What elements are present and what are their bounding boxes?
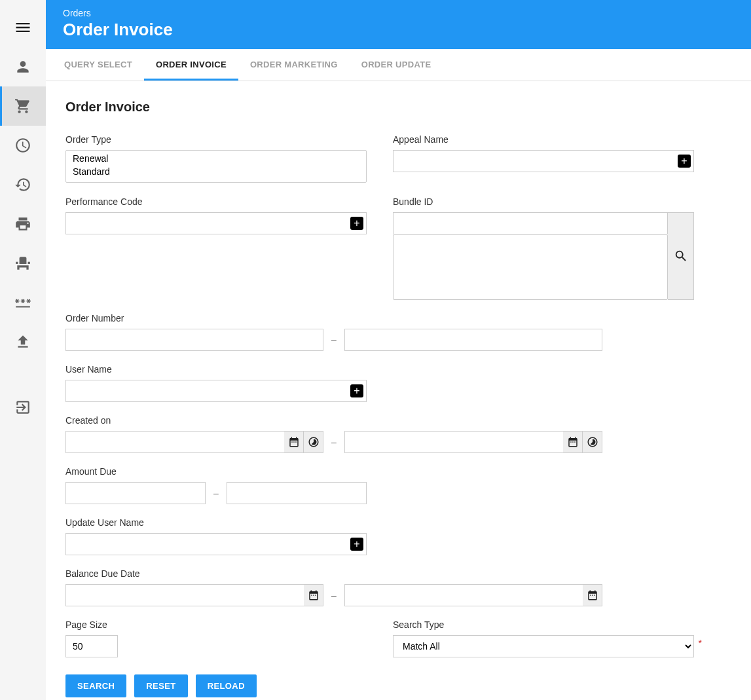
tab-query-select[interactable]: QUERY SELECT xyxy=(52,49,144,81)
range-separator: – xyxy=(330,335,338,345)
user-name-input[interactable] xyxy=(65,380,367,402)
seat-icon xyxy=(14,255,31,272)
range-separator: – xyxy=(330,437,338,447)
update-user-name-input[interactable] xyxy=(65,533,367,555)
bundle-id-search-button[interactable] xyxy=(668,212,694,300)
print-icon xyxy=(14,215,31,232)
tab-order-marketing[interactable]: ORDER MARKETING xyxy=(238,49,350,81)
bundle-id-input[interactable] xyxy=(393,212,668,234)
amount-due-from-input[interactable] xyxy=(65,482,206,504)
appeal-name-input[interactable] xyxy=(393,150,694,172)
plus-icon: + xyxy=(354,218,359,229)
reload-button[interactable]: RELOAD xyxy=(196,674,257,697)
bundle-id-list[interactable] xyxy=(393,234,668,300)
required-mark: * xyxy=(699,638,702,648)
user-name-add-button[interactable]: + xyxy=(350,384,363,397)
tabs: QUERY SELECT ORDER INVOICE ORDER MARKETI… xyxy=(46,49,751,81)
order-type-select[interactable]: Renewal Standard xyxy=(65,150,367,183)
search-type-label: Search Type xyxy=(393,619,694,630)
search-icon xyxy=(674,249,688,263)
page-size-input[interactable] xyxy=(65,635,118,657)
range-separator: – xyxy=(330,590,338,600)
created-on-to-time-button[interactable] xyxy=(583,431,602,453)
range-separator: – xyxy=(212,488,220,498)
hamburger-icon xyxy=(14,18,32,37)
balance-due-date-label: Balance Due Date xyxy=(65,568,602,579)
created-on-from-date-button[interactable] xyxy=(284,431,304,453)
payments-icon xyxy=(14,294,31,311)
calendar-icon xyxy=(288,436,300,448)
calendar-icon xyxy=(587,589,598,601)
created-on-to-date-button[interactable] xyxy=(563,431,583,453)
balance-due-from-input[interactable] xyxy=(65,584,304,606)
update-user-name-label: Update User Name xyxy=(65,517,367,528)
logout-icon xyxy=(14,399,31,416)
content: Order Invoice Order Type Renewal Standar… xyxy=(46,81,751,700)
breadcrumb: Orders xyxy=(63,8,734,18)
sidebar-item-profile[interactable] xyxy=(0,47,46,86)
created-on-to-input[interactable] xyxy=(344,431,563,453)
created-on-label: Created on xyxy=(65,415,602,426)
sidebar-item-upload[interactable] xyxy=(0,322,46,361)
plus-icon: + xyxy=(354,386,359,396)
search-type-select[interactable]: Match All xyxy=(393,635,694,657)
clock-icon xyxy=(14,137,31,154)
main: Orders Order Invoice QUERY SELECT ORDER … xyxy=(46,0,751,700)
plus-icon: + xyxy=(681,156,687,166)
created-on-from-time-button[interactable] xyxy=(304,431,323,453)
amount-due-label: Amount Due xyxy=(65,466,367,477)
performance-code-input[interactable] xyxy=(65,212,367,234)
sidebar xyxy=(0,0,46,700)
bundle-id-label: Bundle ID xyxy=(393,196,694,207)
sidebar-item-history[interactable] xyxy=(0,165,46,204)
appeal-name-label: Appeal Name xyxy=(393,134,694,145)
sidebar-item-payments[interactable] xyxy=(0,283,46,322)
sidebar-item-orders[interactable] xyxy=(0,86,46,126)
reset-button[interactable]: RESET xyxy=(134,674,187,697)
order-number-label: Order Number xyxy=(65,313,602,323)
person-icon xyxy=(14,58,31,75)
search-button[interactable]: SEARCH xyxy=(65,674,126,697)
timelapse-icon xyxy=(308,436,320,448)
calendar-icon xyxy=(308,589,320,601)
performance-code-label: Performance Code xyxy=(65,196,367,207)
order-type-label: Order Type xyxy=(65,134,367,145)
order-number-to-input[interactable] xyxy=(344,329,602,351)
balance-due-from-date-button[interactable] xyxy=(304,584,323,606)
update-user-name-add-button[interactable]: + xyxy=(350,538,363,551)
sidebar-item-recent[interactable] xyxy=(0,126,46,165)
menu-toggle[interactable] xyxy=(0,8,46,47)
created-on-from-input[interactable] xyxy=(65,431,284,453)
tab-order-invoice[interactable]: ORDER INVOICE xyxy=(144,49,238,81)
page-size-label: Page Size xyxy=(65,619,367,630)
page-header-title: Order Invoice xyxy=(63,20,734,40)
page-title: Order Invoice xyxy=(65,100,731,115)
sidebar-item-logout[interactable] xyxy=(0,388,46,427)
balance-due-to-date-button[interactable] xyxy=(583,584,602,606)
sidebar-item-seats[interactable] xyxy=(0,244,46,283)
sidebar-item-print[interactable] xyxy=(0,204,46,244)
calendar-icon xyxy=(567,436,579,448)
header: Orders Order Invoice xyxy=(46,0,751,49)
upload-icon xyxy=(14,333,31,350)
balance-due-to-input[interactable] xyxy=(344,584,583,606)
plus-icon: + xyxy=(354,539,359,549)
amount-due-to-input[interactable] xyxy=(227,482,367,504)
order-number-from-input[interactable] xyxy=(65,329,323,351)
timelapse-icon xyxy=(587,436,598,448)
performance-code-add-button[interactable]: + xyxy=(350,217,363,230)
history-icon xyxy=(14,176,31,193)
cart-icon xyxy=(14,98,31,115)
user-name-label: User Name xyxy=(65,364,367,375)
tab-order-update[interactable]: ORDER UPDATE xyxy=(350,49,443,81)
appeal-name-add-button[interactable]: + xyxy=(678,155,691,168)
